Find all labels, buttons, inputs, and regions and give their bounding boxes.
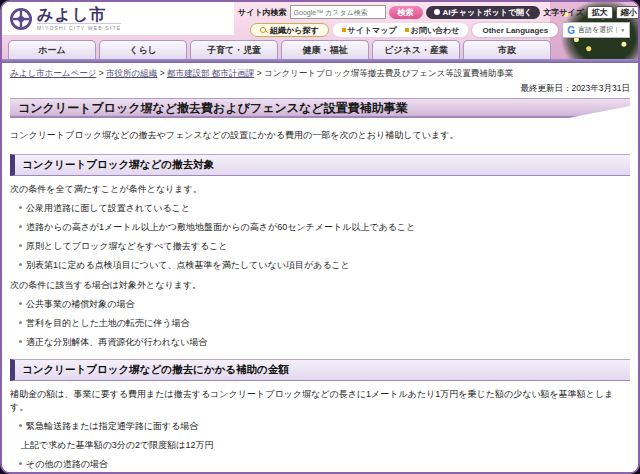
- intro-paragraph: コンクリートブロック塀などの撤去やフェンスなどの設置にかかる費用の一部を次のとお…: [10, 129, 630, 142]
- font-shrink-button[interactable]: 縮小: [616, 6, 640, 19]
- search-icon: [260, 27, 267, 34]
- breadcrumb-link[interactable]: みよし市ホームページ: [10, 68, 96, 78]
- breadcrumb: みよし市ホームページ > 市役所の組織 > 都市建設部 都市計画課 > コンクリ…: [10, 68, 630, 80]
- nav-tab-1[interactable]: くらし: [99, 40, 187, 59]
- paragraph: 次の条件を全て満たすことが条件となります。: [10, 183, 630, 196]
- other-languages-button[interactable]: Other Languages: [472, 23, 558, 37]
- header-quicklinks: 組織から探す サイトマップ お問い合わせ Other Languages G 言…: [250, 22, 635, 38]
- list-item: 営利を目的とした土地の転売に伴う場合: [10, 317, 630, 330]
- page-title: コンクリートブロック塀など撤去費およびフェンスなど設置費補助事業: [10, 98, 630, 118]
- list-item: 公共事業の補償対象の場合: [10, 298, 630, 311]
- list-item: その他の道路の場合: [10, 458, 630, 471]
- list-item: 原則としてブロック塀などをすべて撤去すること: [10, 240, 630, 253]
- dropdown-arrow-icon: ▼: [616, 27, 625, 33]
- nav-tab-4[interactable]: ビジネス・産業: [372, 40, 460, 59]
- site-subtitle: MIYOSHI CITY WEB SITE: [37, 23, 121, 31]
- site-logo[interactable]: みよし市 MIYOSHI CITY WEB SITE: [2, 2, 234, 35]
- paragraph: 補助金の額は、事業に要する費用または撤去するコンクリートブロック塀などの長さに1…: [10, 388, 630, 414]
- square-bullet-icon: [405, 28, 409, 32]
- main-nav: ホームくらし子育て・児童健康・福祉ビジネス・産業市政: [8, 40, 551, 59]
- breadcrumb-separator: >: [254, 68, 264, 78]
- section-heading: コンクリートブロック塀などの撤去にかかる補助の金額: [10, 359, 630, 381]
- list-item: 緊急輸送路または指定通学路に面する場合: [10, 420, 630, 433]
- list-item: 公衆用道路に面して設置されていること: [10, 202, 630, 215]
- bullet-list: 緊急輸送路または指定通学路に面する場合上記で求めた基準額の3分の2で限度額は12…: [10, 420, 630, 474]
- google-translate-select[interactable]: G 言語を選択 ▼: [562, 22, 630, 38]
- breadcrumb-link[interactable]: 都市建設部 都市計画課: [167, 68, 254, 78]
- translate-label: 言語を選択: [578, 25, 613, 35]
- nav-tab-0[interactable]: ホーム: [8, 40, 96, 59]
- site-header: みよし市 MIYOSHI CITY WEB SITE サイト内検索 検索 AIチ…: [2, 2, 638, 59]
- nav-tab-5[interactable]: 市政: [463, 40, 551, 59]
- nav-tab-3[interactable]: 健康・福祉: [281, 40, 369, 59]
- list-item: 道路からの高さが1メートル以上かつ敷地地盤面からの高さが60センチメートル以上で…: [10, 221, 630, 234]
- paragraph: 次の条件に該当する場合は対象外となります。: [10, 279, 630, 292]
- breadcrumb-separator: >: [157, 68, 167, 78]
- chat-circle-icon: [434, 9, 440, 15]
- font-size-label: 文字サイズ: [543, 7, 584, 18]
- list-item: 適正な分別解体、再資源化が行われない場合: [10, 336, 630, 349]
- last-updated: 最終更新日：2023年3月31日: [10, 83, 630, 95]
- site-title-group: みよし市 MIYOSHI CITY WEB SITE: [37, 6, 121, 31]
- sections-container: コンクリートブロック塀などの撤去対象次の条件を全て満たすことが条件となります。公…: [10, 154, 630, 474]
- site-title: みよし市: [37, 6, 121, 23]
- search-button[interactable]: 検索: [389, 6, 423, 19]
- contact-label: お問い合わせ: [411, 25, 460, 36]
- org-search-button[interactable]: 組織から探す: [250, 23, 329, 37]
- site-search-label: サイト内検索: [238, 7, 287, 18]
- breadcrumb-current: コンクリートブロック塀等撤去費及びフェンス等設置費補助事業: [264, 68, 513, 78]
- browser-page: みよし市 MIYOSHI CITY WEB SITE サイト内検索 検索 AIチ…: [0, 0, 640, 474]
- quick-links-pill: サイトマップ お問い合わせ: [333, 23, 469, 37]
- city-emblem-icon: [10, 8, 32, 30]
- sitemap-link[interactable]: サイトマップ: [342, 25, 397, 36]
- contact-link[interactable]: お問い合わせ: [405, 25, 460, 36]
- bullet-list: 公共事業の補償対象の場合営利を目的とした土地の転売に伴う場合適正な分別解体、再資…: [10, 298, 630, 349]
- list-subtext: 上記で求めた基準額の3分の2で限度額は12万円: [10, 439, 630, 452]
- bullet-list: 公衆用道路に面して設置されていること道路からの高さが1メートル以上かつ敷地地盤面…: [10, 202, 630, 272]
- font-enlarge-button[interactable]: 拡大: [587, 6, 613, 19]
- search-input[interactable]: [290, 5, 386, 19]
- breadcrumb-link[interactable]: 市役所の組織: [106, 68, 157, 78]
- list-item: 別表第1に定める点検項目について、点検基準を満たしていない項目があること: [10, 259, 630, 272]
- main-content: みよし市ホームページ > 市役所の組織 > 都市建設部 都市計画課 > コンクリ…: [2, 63, 638, 474]
- section-heading: コンクリートブロック塀などの撤去対象: [10, 154, 630, 176]
- breadcrumb-separator: >: [96, 68, 106, 78]
- sitemap-label: サイトマップ: [348, 25, 397, 36]
- ai-chatbot-label: AIチャットボットで開く: [443, 7, 533, 18]
- ai-chatbot-button[interactable]: AIチャットボットで開く: [426, 6, 541, 19]
- google-logo-icon: G: [567, 25, 575, 36]
- org-search-label: 組織から探す: [270, 25, 319, 36]
- square-bullet-icon: [342, 28, 346, 32]
- nav-tab-2[interactable]: 子育て・児童: [190, 40, 278, 59]
- header-toolbar: サイト内検索 検索 AIチャットボットで開く 文字サイズ 拡大 縮小 色合いの変…: [238, 5, 634, 19]
